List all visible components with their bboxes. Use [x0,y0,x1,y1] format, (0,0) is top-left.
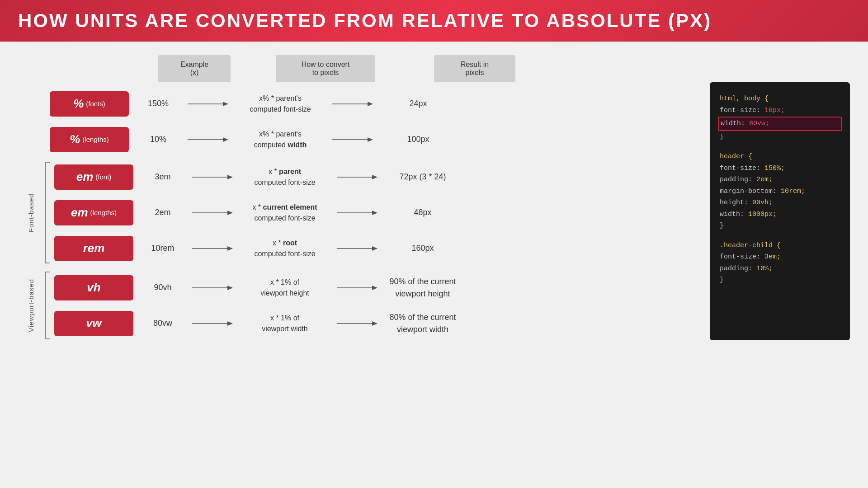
unit-main: % [70,132,80,146]
example-cell: 10rem [133,244,192,253]
result-cell: 48px [377,206,468,219]
bracket-line [45,162,46,263]
code-line-closing: } [720,131,840,143]
example-cell: 80vw [133,319,192,328]
arrow-line [192,319,233,328]
code-block-html-body: html, body { font-size: 16px; width: 80v… [720,93,840,143]
table-row: rem 10rem x * rootcomputed font-size 160… [54,231,468,265]
unit-badge-rem: rem [54,236,133,261]
standalone-rows: % (fonts) 150% x% * parent'scomputed fon… [50,87,692,156]
result-cell: 80% of the currentviewport width [377,311,468,336]
unit-sub: (lengths) [82,136,108,143]
result-cell: 24px [373,98,463,110]
example-cell: 2em [133,208,192,217]
unit-sub: (fonts) [86,100,105,108]
code-line-width: width: 1000px; [720,209,840,221]
arrow-line [192,208,233,217]
unit-main: vw [86,316,102,330]
convert-cell: x * 1% ofviewport height [233,277,337,299]
example-cell: 150% [129,99,188,108]
bracket-line [45,272,46,339]
arrow-line [188,135,228,144]
col-header-convert: How to convertto pixels [276,55,375,82]
bracket-bottom [45,338,50,339]
convert-cell: x * 1% ofviewport width [233,313,337,334]
page-title: HOW UNITS ARE CONVERTED FROM RELATIVE TO… [18,10,712,32]
arrow-line2 [337,283,377,292]
unit-badge-vh: vh [54,275,133,300]
viewport-based-group: Viewport-based vh 90vh x * 1% ofviewport… [18,271,692,340]
svg-marker-1 [223,102,228,106]
unit-main: vh [87,281,100,295]
viewport-based-rows: vh 90vh x * 1% ofviewport height 90% of … [54,271,468,340]
result-cell: 90% of the currentviewport height [377,276,468,300]
unit-sub: (font) [95,173,111,181]
code-line-fontsize: font-size: 150%; [720,163,840,174]
result-cell: 72px (3 * 24) [377,171,468,183]
font-based-label: Font-based [27,193,35,232]
unit-badge-vw: vw [54,311,133,336]
code-line-padding: padding: 2em; [720,174,840,186]
col-header-example: Example(x) [158,55,231,82]
code-line-height: height: 90vh; [720,197,840,209]
code-line-selector: html, body { [720,93,840,105]
category-label-container: Font-based [23,162,50,263]
table-row: em (font) 3em x * parentcomputed font-si… [54,160,468,194]
svg-marker-19 [372,246,377,251]
svg-marker-13 [227,211,233,215]
code-block-header: header { font-size: 150%; padding: 2em; … [720,151,840,232]
table-row: em (lengths) 2em x * current elementcomp… [54,196,468,230]
example-cell: 90vh [133,283,192,292]
svg-marker-27 [372,321,377,326]
result-cell: 160px [377,242,468,254]
result-cell: 100px [373,133,463,145]
convert-cell: x% * parent'scomputed width [228,129,332,150]
arrow-line [188,99,228,108]
code-line-width-highlighted: width: 80vw; [718,117,842,131]
convert-cell: x * current elementcomputed font-size [233,202,337,224]
code-line-closing: } [720,220,840,232]
convert-cell: x * parentcomputed font-size [233,166,337,188]
unit-badge-em-lengths: em (lengths) [54,200,133,225]
svg-marker-9 [227,175,233,179]
convert-cell: x * rootcomputed font-size [233,238,337,259]
arrow-line2 [337,319,377,328]
arrow-line2 [337,208,377,217]
svg-marker-5 [223,137,228,142]
unit-main: % [73,97,84,111]
arrow-line2 [337,173,377,182]
code-line-fontsize: font-size: 16px; [720,105,840,117]
code-line-selector: header { [720,151,840,163]
category-label-container: Viewport-based [23,272,50,339]
arrow-line [192,283,233,292]
code-line-fontsize: font-size: 3em; [720,251,840,263]
svg-marker-7 [368,137,373,142]
convert-cell: x% * parent'scomputed font-size [228,93,332,115]
arrow-line [192,173,233,182]
svg-marker-17 [227,246,233,251]
svg-marker-25 [227,321,233,326]
code-panel: html, body { font-size: 16px; width: 80v… [710,82,850,340]
arrow-line2 [332,135,373,144]
unit-badge-percent-lengths: % (lengths) [50,127,129,152]
unit-main: em [71,206,88,220]
example-cell: 3em [133,172,192,182]
code-line-marginbottom: margin-bottom: 10rem; [720,186,840,197]
column-headers: Example(x) How to convertto pixels Resul… [158,55,692,82]
svg-marker-15 [372,211,377,215]
code-line-selector: .header-child { [720,240,840,252]
svg-marker-23 [372,286,377,290]
unit-badge-em-font: em (font) [54,164,133,190]
svg-marker-21 [227,286,233,290]
svg-marker-11 [372,175,377,179]
main-content: Example(x) How to convertto pixels Resul… [0,42,868,349]
example-cell: 10% [129,135,188,144]
bracket-bottom [45,263,50,263]
table-row: vh 90vh x * 1% ofviewport height 90% of … [54,271,468,305]
svg-marker-3 [368,102,373,106]
code-line-padding: padding: 10%; [720,263,840,275]
arrow-line2 [332,99,373,108]
table-row: % (fonts) 150% x% * parent'scomputed fon… [50,87,692,121]
table-row: vw 80vw x * 1% ofviewport width 80% of t… [54,306,468,340]
unit-badge-percent-fonts: % (fonts) [50,91,129,117]
